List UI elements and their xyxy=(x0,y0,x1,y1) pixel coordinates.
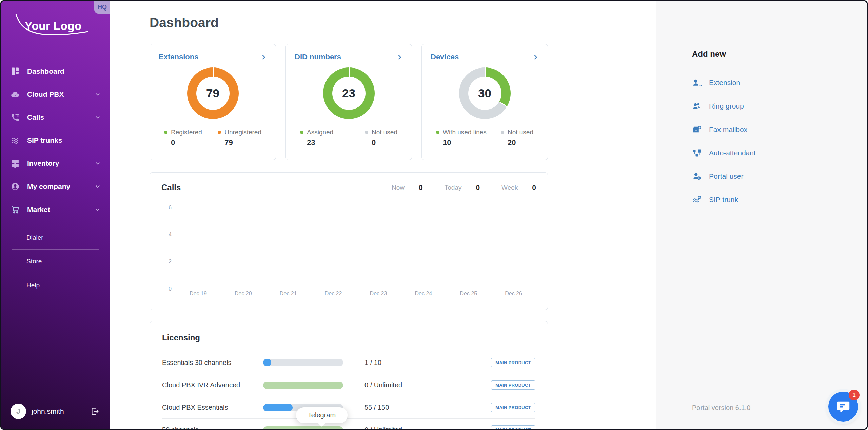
sidebar-item-dashboard[interactable]: Dashboard xyxy=(1,60,110,83)
legend-value: 0 xyxy=(372,138,397,147)
add-new-sip-trunk[interactable]: SIP trunk xyxy=(692,188,756,211)
extensions-card: Extensions 79 Registered 0 Unregistered xyxy=(150,44,276,160)
sidebar-item-label: Calls xyxy=(27,113,44,121)
app-window: HQ Your Logo Dashboard Cloud PBX xyxy=(0,0,868,430)
add-new-fax-mailbox[interactable]: Fax mailbox xyxy=(692,118,756,141)
chevron-right-icon[interactable] xyxy=(260,54,267,60)
license-usage: 1 / 10 xyxy=(364,359,381,367)
legend-item: With used lines 10 xyxy=(436,129,487,147)
legend-item: Not used 0 xyxy=(365,129,397,147)
sidebar-item-label: SIP trunks xyxy=(27,136,62,144)
cloud-icon xyxy=(11,90,20,99)
sidebar-item-calls[interactable]: Calls xyxy=(1,106,110,129)
person-icon xyxy=(11,182,20,191)
calls-chart-card: Calls Now 0 Today 0 Week 0 xyxy=(150,172,548,310)
add-new-extension[interactable]: Extension xyxy=(692,71,756,94)
main-product-badge: MAIN PRODUCT xyxy=(491,403,535,412)
legend-item: Registered 0 xyxy=(164,129,202,147)
legend-value: 10 xyxy=(443,138,487,147)
license-name: 50 channels xyxy=(162,426,263,430)
sidebar-item-my-company[interactable]: My company xyxy=(1,175,110,198)
sidebar-item-sip-trunks[interactable]: SIP trunks xyxy=(1,129,110,152)
donut-total: 23 xyxy=(323,67,375,119)
card-title: DID numbers xyxy=(295,53,341,61)
chevron-right-icon[interactable] xyxy=(532,54,539,60)
add-new-auto-attendant[interactable]: Auto-attendant xyxy=(692,141,756,164)
licensing-row: Cloud PBX Essentials 55 / 150 MAIN PRODU… xyxy=(162,396,535,418)
username: john.smith xyxy=(32,407,84,415)
devices-card: Devices 30 With used lines 10 Not used xyxy=(421,44,548,160)
license-progress-bar xyxy=(263,359,343,366)
gridline xyxy=(176,208,536,208)
sidebar-item-market[interactable]: Market xyxy=(1,198,110,221)
auto-attendant-icon xyxy=(692,148,702,158)
x-axis-tick: Dec 23 xyxy=(356,291,401,297)
chat-widget-button[interactable]: 1 xyxy=(828,392,858,422)
sidebar-item-label: My company xyxy=(27,182,70,191)
x-axis-tick: Dec 26 xyxy=(491,291,536,297)
sidebar-item-inventory[interactable]: Inventory xyxy=(1,152,110,175)
stat-value: 0 xyxy=(476,183,480,192)
devices-card-link[interactable]: Devices xyxy=(431,53,539,61)
extensions-card-link[interactable]: Extensions xyxy=(159,53,267,61)
legend: Assigned 23 Not used 0 xyxy=(295,129,403,147)
legend-dot xyxy=(365,131,368,134)
legend: With used lines 10 Not used 20 xyxy=(431,129,539,147)
add-new-portal-user[interactable]: Portal user xyxy=(692,164,756,188)
portal-user-icon xyxy=(692,172,702,181)
x-axis-tick: Dec 24 xyxy=(401,291,446,297)
legend-label: Unregistered xyxy=(224,129,261,136)
chevron-right-icon[interactable] xyxy=(396,54,403,60)
chat-bubble-icon xyxy=(835,399,851,414)
licensing-rows: Essentials 30 channels 1 / 10 MAIN PRODU… xyxy=(162,351,535,430)
sidebar-item-help[interactable]: Help xyxy=(12,273,99,297)
sidebar-item-label: Dialer xyxy=(26,234,43,241)
stat-value: 0 xyxy=(532,183,536,192)
calls-stat-week: Week 0 xyxy=(501,183,536,192)
portal-version: Portal version 6.1.0 xyxy=(692,404,750,412)
licensing-row: Essentials 30 channels 1 / 10 MAIN PRODU… xyxy=(162,351,535,374)
legend-item: Unregistered 79 xyxy=(218,129,261,147)
y-axis-tick: 0 xyxy=(161,286,172,292)
did-numbers-card-link[interactable]: DID numbers xyxy=(295,53,403,61)
chevron-down-icon xyxy=(95,114,101,120)
calls-card-title: Calls xyxy=(161,183,181,192)
card-title: Extensions xyxy=(159,53,198,61)
did-numbers-card: DID numbers 23 Assigned 23 Not used 0 xyxy=(285,44,412,160)
y-axis-tick: 2 xyxy=(161,259,172,265)
logo-text: Your Logo xyxy=(25,19,81,33)
sip-waves-icon xyxy=(11,136,20,145)
y-axis-tick: 6 xyxy=(161,204,172,211)
avatar: J xyxy=(11,404,26,419)
dashboard-grid-icon xyxy=(11,66,20,76)
legend-dot xyxy=(300,131,303,134)
extensions-donut-chart: 79 xyxy=(187,67,239,119)
calls-stat-today: Today 0 xyxy=(445,183,480,192)
sidebar-secondary-menu: Dialer Store Help xyxy=(12,226,99,297)
legend-label: Not used xyxy=(372,129,397,136)
chevron-down-icon xyxy=(95,91,101,97)
license-progress-fill xyxy=(263,382,343,389)
legend: Registered 0 Unregistered 79 xyxy=(159,129,267,147)
hq-badge: HQ xyxy=(94,1,110,14)
logout-icon[interactable] xyxy=(90,407,99,416)
donut-chart-wrap: 30 xyxy=(431,67,539,119)
main-product-badge: MAIN PRODUCT xyxy=(491,425,535,430)
add-new-label: Portal user xyxy=(709,172,744,180)
legend-value: 79 xyxy=(224,138,261,147)
license-name: Essentials 30 channels xyxy=(162,359,263,367)
licensing-row: 50 channels 0 / Unlimited MAIN PRODUCT xyxy=(162,418,535,430)
legend-label: Assigned xyxy=(307,129,333,136)
sidebar-item-label: Cloud PBX xyxy=(27,90,64,98)
sidebar-item-label: Help xyxy=(26,281,40,289)
calls-card-header: Calls Now 0 Today 0 Week 0 xyxy=(161,183,536,192)
sidebar-item-store[interactable]: Store xyxy=(12,249,99,273)
add-new-list: Extension Ring group Fax mailbox Auto-at… xyxy=(692,71,756,211)
stat-label: Now xyxy=(392,184,405,191)
add-new-ring-group[interactable]: Ring group xyxy=(692,94,756,118)
sidebar-item-cloud-pbx[interactable]: Cloud PBX xyxy=(1,83,110,106)
x-axis-tick: Dec 19 xyxy=(176,291,221,297)
add-new-panel: Add new Extension Ring group Fax mailbox xyxy=(656,1,867,429)
sidebar-item-dialer[interactable]: Dialer xyxy=(12,226,99,249)
licensing-card: Licensing Essentials 30 channels 1 / 10 … xyxy=(150,321,548,430)
